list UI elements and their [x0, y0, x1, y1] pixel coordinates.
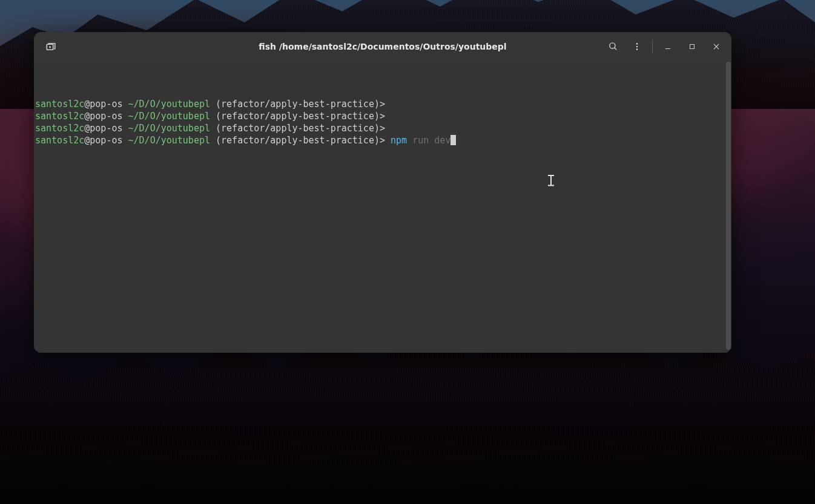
prompt-user: santosl2c	[35, 99, 84, 110]
search-button[interactable]	[602, 36, 623, 57]
prompt-user: santosl2c	[35, 123, 84, 134]
terminal-body[interactable]: santosl2c@pop-os ~/D/O/youtubepl (refact…	[34, 61, 731, 353]
prompt-user: santosl2c	[35, 135, 84, 146]
maximize-icon	[688, 43, 696, 50]
prompt-branch: (refactor/apply-best-practice)>	[210, 123, 391, 134]
svg-point-4	[636, 45, 638, 47]
prompt-user: santosl2c	[35, 111, 84, 122]
menu-button[interactable]	[627, 36, 647, 57]
prompt-host: @pop-os	[84, 135, 128, 146]
new-tab-icon	[45, 41, 56, 52]
prompt-line: santosl2c@pop-os ~/D/O/youtubepl (refact…	[34, 98, 725, 110]
scrollbar-track[interactable]	[725, 61, 731, 353]
prompt-host: @pop-os	[84, 111, 128, 122]
svg-point-1	[609, 43, 615, 48]
prompt-path: ~/D/O/youtubepl	[128, 135, 210, 146]
prompt-command: npm	[391, 135, 407, 146]
minimize-icon	[664, 42, 672, 51]
prompt-host: @pop-os	[84, 99, 128, 110]
svg-rect-7	[690, 44, 695, 48]
search-icon	[608, 41, 618, 51]
prompt-path: ~/D/O/youtubepl	[128, 99, 210, 110]
scrollbar-thumb[interactable]	[726, 62, 731, 350]
new-tab-button[interactable]	[41, 36, 61, 57]
prompt-host: @pop-os	[84, 123, 128, 134]
svg-point-3	[636, 43, 638, 45]
text-cursor-ibeam	[548, 175, 554, 186]
minimize-button[interactable]	[658, 36, 678, 57]
terminal-window: fish /home/santosl2c/Documentos/Outros/y…	[34, 32, 731, 353]
prompt-branch: (refactor/apply-best-practice)>	[210, 135, 391, 146]
block-cursor	[450, 135, 456, 145]
prompt-line: santosl2c@pop-os ~/D/O/youtubepl (refact…	[34, 122, 725, 134]
menu-icon	[632, 42, 642, 51]
prompt-branch: (refactor/apply-best-practice)>	[210, 99, 391, 110]
titlebar[interactable]: fish /home/santosl2c/Documentos/Outros/y…	[34, 32, 731, 61]
prompt-path: ~/D/O/youtubepl	[128, 123, 210, 134]
prompt-branch: (refactor/apply-best-practice)>	[210, 111, 391, 122]
prompt-line: santosl2c@pop-os ~/D/O/youtubepl (refact…	[34, 110, 725, 122]
maximize-button[interactable]	[682, 36, 702, 57]
terminal-content[interactable]: santosl2c@pop-os ~/D/O/youtubepl (refact…	[34, 61, 725, 353]
close-button[interactable]	[706, 36, 727, 57]
prompt-autosuggestion: run dev	[407, 135, 450, 146]
prompt-line: santosl2c@pop-os ~/D/O/youtubepl (refact…	[34, 134, 725, 146]
prompt-path: ~/D/O/youtubepl	[128, 111, 210, 122]
titlebar-separator	[652, 40, 653, 53]
svg-line-2	[614, 48, 616, 50]
svg-point-5	[636, 48, 638, 50]
close-icon	[712, 42, 721, 51]
